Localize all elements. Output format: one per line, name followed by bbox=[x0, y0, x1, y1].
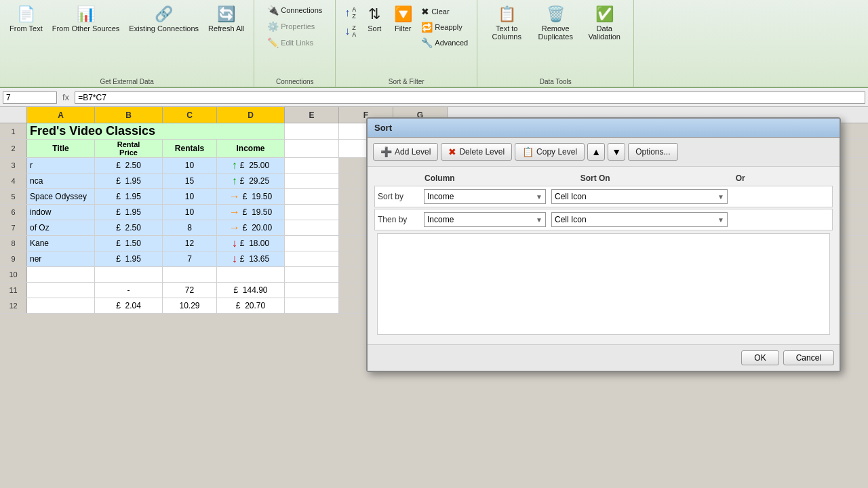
then-by-sorton-select[interactable]: Cell Icon ▼ bbox=[551, 212, 728, 227]
cell-6c[interactable]: 10 bbox=[163, 205, 217, 220]
cell-5b[interactable]: £ 1.95 bbox=[95, 189, 163, 204]
cell-7b[interactable]: £ 2.50 bbox=[95, 220, 163, 235]
copy-level-button[interactable]: 📋 Copy Level bbox=[515, 143, 585, 161]
col-header-b[interactable]: B bbox=[95, 107, 163, 123]
cell-3a[interactable]: r bbox=[27, 158, 95, 173]
advanced-button[interactable]: 🔧 Advanced bbox=[418, 35, 471, 50]
cell-5a[interactable]: Space Odyssey bbox=[27, 189, 95, 204]
cell-6b[interactable]: £ 1.95 bbox=[95, 205, 163, 220]
sort-asc-button[interactable]: ↑ AZ bbox=[341, 4, 359, 22]
delete-level-button[interactable]: ✖ Delete Level bbox=[441, 143, 512, 161]
cell-5d[interactable]: → £ 19.50 bbox=[217, 189, 285, 204]
cell-9e[interactable] bbox=[285, 251, 339, 266]
cell-9d[interactable]: ↓ £ 13.65 bbox=[217, 251, 285, 266]
row-num-9: 9 bbox=[0, 251, 27, 266]
text-to-columns-button[interactable]: 📋 Text to Columns bbox=[483, 3, 530, 43]
name-box[interactable] bbox=[3, 92, 57, 104]
cell-10d[interactable] bbox=[217, 267, 285, 282]
cell-8b[interactable]: £ 1.50 bbox=[95, 236, 163, 251]
cell-10c[interactable] bbox=[163, 267, 217, 282]
cell-4b[interactable]: £ 1.95 bbox=[95, 174, 163, 188]
cell-3d[interactable]: ↑ £ 25.00 bbox=[217, 158, 285, 173]
cell-12d[interactable]: £ 20.70 bbox=[217, 298, 285, 313]
cell-10b[interactable] bbox=[95, 267, 163, 282]
header-rental-price[interactable]: RentalPrice bbox=[95, 140, 163, 157]
cell-6d[interactable]: → £ 19.50 bbox=[217, 205, 285, 220]
cell-6e[interactable] bbox=[285, 205, 339, 220]
cell-1e[interactable] bbox=[285, 123, 339, 139]
cell-9c[interactable]: 7 bbox=[163, 251, 217, 266]
cancel-button[interactable]: Cancel bbox=[783, 350, 834, 365]
cell-10e[interactable] bbox=[285, 267, 339, 282]
existing-connections-button[interactable]: 🔗 Existing Connections bbox=[125, 3, 203, 35]
connections-button[interactable]: 🔌 Connections bbox=[264, 3, 326, 18]
cell-7e[interactable] bbox=[285, 220, 339, 235]
cell-9b[interactable]: £ 1.95 bbox=[95, 251, 163, 266]
cell-11c[interactable]: 72 bbox=[163, 283, 217, 298]
header-title[interactable]: Title bbox=[27, 140, 95, 157]
title-cell[interactable]: Fred's Video Classics bbox=[27, 123, 285, 139]
cell-8a[interactable]: Kane bbox=[27, 236, 95, 251]
header-income[interactable]: Income bbox=[217, 140, 285, 157]
cell-5c[interactable]: 10 bbox=[163, 189, 217, 204]
filter-button[interactable]: 🔽 Filter bbox=[389, 3, 416, 35]
row-num-6: 6 bbox=[0, 205, 27, 220]
cell-12b[interactable]: £ 2.04 bbox=[95, 298, 163, 313]
cell-11d[interactable]: £ 144.90 bbox=[217, 283, 285, 298]
advanced-label: Advanced bbox=[435, 39, 468, 47]
cell-7c[interactable]: 8 bbox=[163, 220, 217, 235]
cell-5e[interactable] bbox=[285, 189, 339, 204]
cell-12c[interactable]: 10.29 bbox=[163, 298, 217, 313]
sort-button[interactable]: ⇅ Sort bbox=[361, 3, 388, 35]
reapply-button[interactable]: 🔁 Reapply bbox=[418, 20, 471, 35]
col-header-a[interactable]: A bbox=[27, 107, 95, 123]
then-by-column-select[interactable]: Income ▼ bbox=[424, 212, 546, 227]
cell-8e[interactable] bbox=[285, 236, 339, 251]
refresh-all-button[interactable]: 🔄 Refresh All bbox=[204, 3, 248, 35]
cell-4e[interactable] bbox=[285, 174, 339, 188]
add-level-button[interactable]: ➕ Add Level bbox=[373, 143, 438, 161]
col-header-c[interactable]: C bbox=[163, 107, 217, 123]
cell-11a[interactable] bbox=[27, 283, 95, 298]
cell-4c[interactable]: 15 bbox=[163, 174, 217, 188]
cell-2e[interactable] bbox=[285, 140, 339, 157]
cell-6a[interactable]: indow bbox=[27, 205, 95, 220]
cell-8c[interactable]: 12 bbox=[163, 236, 217, 251]
cell-10a[interactable] bbox=[27, 267, 95, 282]
ok-button[interactable]: OK bbox=[741, 350, 778, 365]
edit-links-button[interactable]: ✏️ Edit Links bbox=[264, 35, 326, 50]
remove-dup-label: Remove Duplicates bbox=[536, 24, 575, 41]
then-by-sorton-arrow: ▼ bbox=[717, 216, 724, 224]
cell-11e[interactable] bbox=[285, 283, 339, 298]
cell-4a[interactable]: nca bbox=[27, 174, 95, 188]
dialog-footer: OK Cancel bbox=[368, 344, 840, 371]
move-down-button[interactable]: ▼ bbox=[608, 143, 625, 161]
col-header-e[interactable]: E bbox=[285, 107, 339, 123]
cell-12a[interactable] bbox=[27, 298, 95, 313]
data-validation-button[interactable]: ✅ Data Validation bbox=[580, 3, 628, 43]
remove-duplicates-button[interactable]: 🗑️ Remove Duplicates bbox=[532, 3, 579, 43]
cell-12e[interactable] bbox=[285, 298, 339, 313]
data-tools-group-label: Data Tools bbox=[477, 78, 633, 85]
header-rentals[interactable]: Rentals bbox=[163, 140, 217, 157]
cell-3e[interactable] bbox=[285, 158, 339, 173]
sort-by-column-select[interactable]: Income ▼ bbox=[424, 189, 546, 204]
cell-3c[interactable]: 10 bbox=[163, 158, 217, 173]
from-other-sources-button[interactable]: 📊 From Other Sources bbox=[48, 3, 124, 35]
from-text-button[interactable]: 📄 From Text bbox=[5, 3, 47, 35]
cell-11b[interactable]: - bbox=[95, 283, 163, 298]
cell-7d[interactable]: → £ 20.00 bbox=[217, 220, 285, 235]
formula-input[interactable] bbox=[75, 92, 865, 104]
cell-9a[interactable]: ner bbox=[27, 251, 95, 266]
cell-4d[interactable]: ↑ £ 29.25 bbox=[217, 174, 285, 188]
col-header-d[interactable]: D bbox=[217, 107, 285, 123]
move-up-button[interactable]: ▲ bbox=[587, 143, 605, 161]
sort-by-sorton-select[interactable]: Cell Icon ▼ bbox=[551, 189, 728, 204]
cell-7a[interactable]: of Oz bbox=[27, 220, 95, 235]
sort-desc-button[interactable]: ↓ ZA bbox=[341, 22, 359, 40]
cell-8d[interactable]: ↓ £ 18.00 bbox=[217, 236, 285, 251]
options-button[interactable]: Options... bbox=[628, 143, 677, 161]
properties-button[interactable]: ⚙️ Properties bbox=[264, 19, 326, 34]
clear-button[interactable]: ✖ Clear bbox=[418, 4, 471, 19]
cell-3b[interactable]: £ 2.50 bbox=[95, 158, 163, 173]
